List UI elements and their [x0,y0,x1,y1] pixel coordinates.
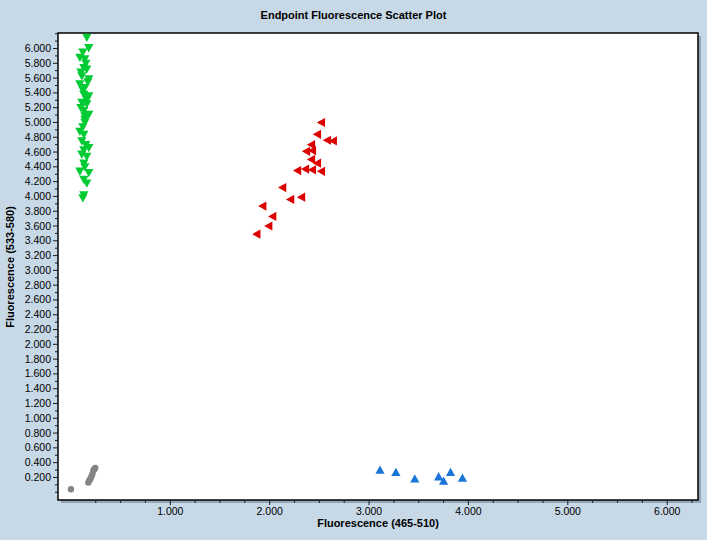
y-tick-label: 0.200 [25,471,51,483]
y-tick-label: 0.600 [25,441,51,453]
y-tick-label: 3.400 [25,234,51,246]
y-tick-label: 4.000 [25,190,51,202]
x-tick-label: 3.000 [356,505,382,517]
y-tick-label: 4.200 [25,175,51,187]
y-tick-label: 2.600 [25,293,51,305]
x-tick-label: 5.000 [555,505,581,517]
scatter-plot-canvas: 1.0002.0003.0004.0005.0006.0000.2000.400… [0,0,707,540]
y-tick-label: 6.000 [25,42,51,54]
y-tick-label: 5.200 [25,101,51,113]
plot-area [58,33,698,500]
x-tick-label: 4.000 [455,505,481,517]
y-tick-label: 1.600 [25,367,51,379]
y-tick-label: 5.400 [25,86,51,98]
y-tick-label: 0.800 [25,427,51,439]
y-tick-label: 5.800 [25,57,51,69]
y-tick-label: 3.800 [25,205,51,217]
y-tick-label: 2.400 [25,308,51,320]
gray-series-point [68,486,74,492]
x-axis-title: Fluorescence (465-510) [58,517,698,529]
y-tick-label: 5.600 [25,72,51,84]
x-tick-label: 6.000 [654,505,680,517]
y-tick-label: 1.800 [25,353,51,365]
y-tick-label: 2.000 [25,338,51,350]
y-tick-label: 2.200 [25,323,51,335]
y-tick-label: 1.200 [25,397,51,409]
y-tick-label: 4.600 [25,146,51,158]
x-tick-label: 2.000 [257,505,283,517]
gray-series-point [92,465,98,471]
y-tick-label: 0.400 [25,456,51,468]
y-tick-label: 3.200 [25,249,51,261]
y-tick-label: 4.400 [25,160,51,172]
y-tick-label: 2.800 [25,279,51,291]
x-tick-label: 1.000 [157,505,183,517]
y-tick-label: 3.000 [25,264,51,276]
y-tick-label: 3.600 [25,220,51,232]
y-tick-label: 1.400 [25,382,51,394]
y-tick-label: 5.000 [25,116,51,128]
y-tick-label: 4.800 [25,131,51,143]
y-axis-title: Fluorescence (533-580) [4,167,18,367]
y-tick-label: 1.000 [25,412,51,424]
